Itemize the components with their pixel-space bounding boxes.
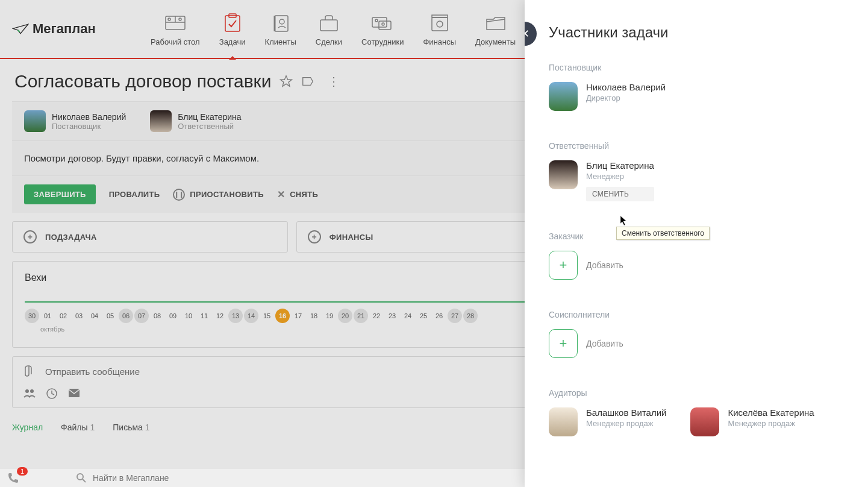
plus-icon: + — [549, 329, 578, 358]
svg-point-22 — [77, 474, 83, 480]
participants-panel: ✕ Участники задачи Постановщик Николаев … — [525, 0, 868, 487]
tooltip: Сменить ответственного — [616, 227, 710, 240]
avatar — [549, 160, 578, 189]
search-input[interactable] — [93, 473, 273, 483]
assignee-person[interactable]: Блиц Екатерина Менеджер СМЕНИТЬ — [549, 160, 844, 201]
auditor-name: Киселёва Екатерина — [728, 407, 814, 418]
close-button[interactable]: ✕ — [525, 22, 537, 46]
auditors-section: Аудиторы Балашков Виталий Менеджер прода… — [549, 388, 844, 436]
search-bar — [76, 473, 273, 483]
auditor-person[interactable]: Балашков Виталий Менеджер продаж — [549, 407, 666, 436]
auditor-role: Менеджер продаж — [728, 419, 814, 428]
add-label: Добавить — [586, 260, 623, 270]
assignee-role: Менеджер — [586, 172, 654, 181]
assignee-section: Ответственный Блиц Екатерина Менеджер СМ… — [549, 141, 844, 201]
coexec-label: Соисполнители — [549, 310, 844, 319]
creator-section: Постановщик Николаев Валерий Директор — [549, 63, 844, 111]
auditor-person[interactable]: Киселёва Екатерина Менеджер продаж — [690, 407, 814, 436]
avatar — [549, 407, 578, 436]
panel-title: Участники задачи — [549, 24, 844, 41]
add-label: Добавить — [586, 339, 623, 348]
avatar — [549, 82, 578, 111]
avatar — [690, 407, 719, 436]
auditors-label: Аудиторы — [549, 388, 844, 398]
assignee-name: Блиц Екатерина — [586, 160, 654, 171]
add-coexec-button[interactable]: + Добавить — [549, 329, 844, 358]
creator-name: Николаев Валерий — [586, 82, 666, 92]
auditor-role: Менеджер продаж — [586, 419, 666, 428]
change-assignee-button[interactable]: СМЕНИТЬ — [586, 187, 654, 201]
plus-icon: + — [549, 251, 578, 280]
svg-line-23 — [83, 479, 86, 482]
search-icon[interactable] — [76, 473, 87, 483]
assignee-label: Ответственный — [549, 141, 844, 151]
creator-label: Постановщик — [549, 63, 844, 72]
creator-person[interactable]: Николаев Валерий Директор — [549, 82, 844, 111]
phone-badge[interactable]: 1 — [7, 472, 19, 484]
auditor-name: Балашков Виталий — [586, 407, 666, 418]
coexec-section: Соисполнители + Добавить — [549, 310, 844, 358]
add-customer-button[interactable]: + Добавить — [549, 251, 844, 280]
creator-role: Директор — [586, 93, 666, 102]
cursor-icon — [620, 215, 628, 226]
phone-count: 1 — [17, 467, 28, 476]
